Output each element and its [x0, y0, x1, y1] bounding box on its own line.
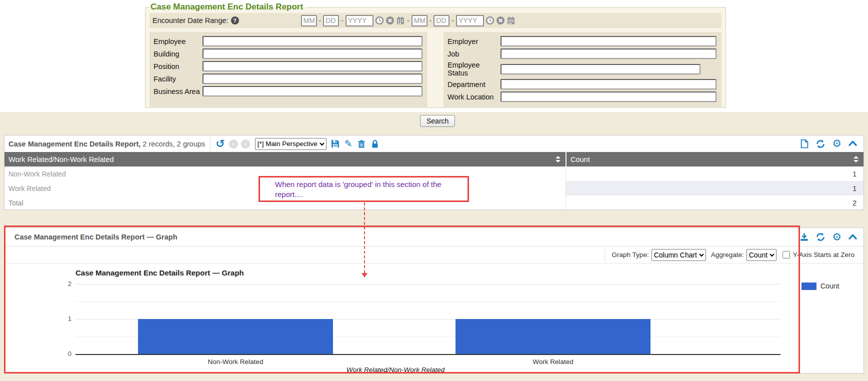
date-range-row: Encounter Date Range: ? - - - - - [150, 13, 722, 28]
graph-type-label: Graph Type: [612, 251, 649, 258]
delete-perspective-icon[interactable] [357, 140, 366, 148]
sort-icon[interactable] [556, 156, 560, 162]
start-day-input[interactable] [323, 15, 339, 26]
table-title: Case Management Enc Details Report, 2 re… [8, 140, 205, 148]
date-range-label: Encounter Date Range: [152, 16, 228, 24]
employer-label: Employer [448, 38, 500, 46]
toolbar-divider [210, 138, 210, 150]
employer-field[interactable] [500, 36, 716, 46]
x-category-label: Work Related [456, 358, 650, 366]
settings-gear-icon[interactable]: ⚙ [832, 232, 842, 242]
y-tick-label: 2 [54, 280, 72, 288]
save-perspective-icon[interactable] [330, 139, 340, 148]
x-category-label: Non-Work Related [138, 358, 333, 366]
position-field[interactable] [202, 61, 422, 72]
edit-perspective-icon[interactable]: ✎ [344, 139, 352, 148]
date-range-dash: - [406, 16, 410, 24]
date-dash: - [451, 16, 454, 24]
search-button[interactable]: Search [420, 115, 455, 127]
y-axis-zero-label: Y-Axis Starts at Zero [793, 251, 854, 258]
collapse-section-icon[interactable] [848, 232, 858, 242]
department-field[interactable] [500, 79, 716, 90]
job-label: Job [448, 50, 500, 58]
table-header-row: Work Related/Non-Work Related Count [4, 152, 864, 166]
end-month-input[interactable] [412, 15, 428, 26]
table-toolbar: Case Management Enc Details Report, 2 re… [4, 136, 864, 152]
y-tick-label: 1 [54, 315, 72, 322]
collapse-section-icon[interactable] [848, 139, 858, 148]
table-title-bold: Case Management Enc Details Report, [8, 140, 140, 148]
group-column-label: Work Related/Non-Work Related [8, 156, 114, 164]
annotation-arrow [364, 202, 365, 273]
chart-legend: Count [802, 282, 839, 290]
help-icon[interactable]: ? [231, 16, 239, 24]
lock-perspective-icon[interactable] [370, 140, 380, 148]
table-record-count: 2 records, 2 groups [142, 140, 205, 148]
x-axis-line [76, 354, 780, 355]
row-count-value: 1 [566, 181, 864, 196]
end-year-input[interactable] [456, 15, 484, 26]
column-chart: Case Management Enc Details Report — Gra… [4, 264, 864, 374]
graph-type-select[interactable]: Column Chart [652, 249, 706, 261]
facility-label: Facility [154, 75, 202, 83]
end-time-clock-icon[interactable] [486, 16, 494, 25]
gridline [76, 284, 780, 284]
annotation-arrowhead-icon [362, 273, 368, 278]
department-label: Department [448, 80, 500, 88]
left-field-panel: Employee Building Position Facility Busi… [150, 32, 428, 108]
graph-toolbar: Graph Type: Column Chart Aggregate: Coun… [4, 246, 864, 264]
start-month-input[interactable] [301, 15, 317, 26]
employee-field[interactable] [202, 36, 422, 46]
facility-field[interactable] [202, 74, 422, 84]
column-header-group: Work Related/Non-Work Related [4, 152, 566, 166]
settings-gear-icon[interactable]: ⚙ [832, 138, 842, 149]
y-tick-label: 0 [54, 350, 72, 358]
work-location-label: Work Location [448, 93, 500, 101]
right-field-panel: Employer Job Employee Status Department … [444, 32, 722, 108]
end-day-input[interactable] [434, 15, 450, 26]
start-year-input[interactable] [346, 15, 374, 26]
start-calendar-icon[interactable] [396, 16, 405, 25]
employee-label: Employee [154, 38, 202, 46]
business-area-field[interactable] [202, 86, 422, 96]
form-title: Case Management Enc Details Report [150, 2, 307, 12]
start-clear-icon[interactable] [386, 16, 394, 25]
legend-label: Count [820, 282, 839, 290]
work-location-field[interactable] [500, 92, 716, 102]
employee-status-label: Employee Status [448, 61, 500, 77]
total-count-value: 2 [566, 196, 864, 210]
chart-bar-work-related [456, 319, 650, 354]
building-field[interactable] [202, 48, 422, 59]
date-dash: - [429, 16, 432, 24]
new-report-icon[interactable] [800, 139, 809, 148]
job-field[interactable] [500, 48, 716, 59]
date-range-inputs: - - - - - [301, 15, 516, 26]
date-dash: - [340, 16, 344, 24]
end-calendar-icon[interactable] [506, 16, 516, 25]
aggregate-select[interactable]: Count [746, 249, 776, 261]
count-column-label: Count [570, 156, 590, 164]
building-label: Building [154, 50, 202, 58]
end-clear-icon[interactable] [496, 16, 505, 25]
perspective-select[interactable]: [*] Main Perspective [255, 138, 326, 150]
chart-title: Case Management Enc Details Report — Gra… [76, 268, 244, 277]
graph-header: Case Management Enc Details Report — Gra… [4, 228, 864, 246]
legend-swatch [802, 282, 816, 290]
sort-icon[interactable] [854, 156, 858, 162]
next-perspective-icon[interactable]: › [241, 140, 250, 148]
prev-perspective-icon[interactable]: ‹ [229, 140, 238, 148]
business-area-label: Business Area [154, 88, 202, 96]
download-icon[interactable] [800, 232, 809, 242]
y-axis-zero-checkbox[interactable] [782, 251, 790, 258]
start-time-clock-icon[interactable] [375, 16, 384, 25]
refresh-icon[interactable] [816, 232, 826, 242]
report-graph-section: Case Management Enc Details Report — Gra… [4, 228, 864, 374]
employee-status-field[interactable] [500, 64, 700, 74]
position-label: Position [154, 62, 202, 70]
date-dash: - [318, 16, 322, 24]
annotation-callout: When report data is 'grouped' in this se… [258, 176, 469, 202]
undo-icon[interactable]: ↺ [216, 138, 224, 150]
graph-section-title: Case Management Enc Details Report — Gra… [14, 233, 178, 241]
chart-bar-non-work-related [138, 319, 333, 354]
refresh-icon[interactable] [816, 139, 826, 149]
